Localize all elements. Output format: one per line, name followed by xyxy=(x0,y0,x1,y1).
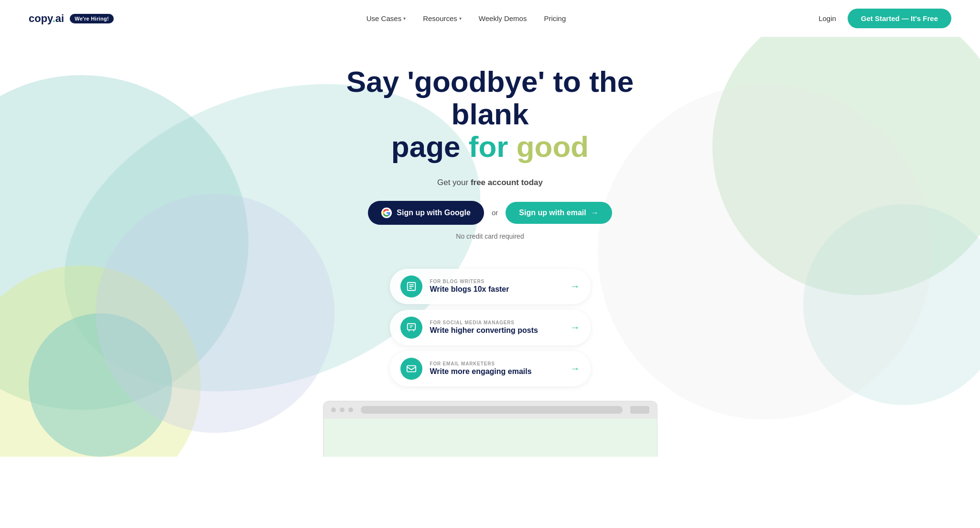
hero-subtitle: Get your free account today xyxy=(323,178,657,187)
blog-icon xyxy=(400,275,422,297)
logo[interactable]: copy.ai xyxy=(29,12,64,25)
no-credit-card-text: No credit card required xyxy=(323,232,657,240)
blog-card-text: FOR BLOG WRITERS Write blogs 10x faster xyxy=(430,279,563,294)
hero-title: Say 'goodbye' to the blank page for good xyxy=(323,66,657,164)
signup-row: Sign up with Google or Sign up with emai… xyxy=(323,201,657,225)
hero-title-page: page xyxy=(391,130,469,163)
blog-card-label: FOR BLOG WRITERS xyxy=(430,279,563,284)
email-card-text: FOR EMAIL MARKETERS Write more engaging … xyxy=(430,361,563,376)
chevron-down-icon: ▾ xyxy=(459,16,462,21)
hero-section: Say 'goodbye' to the blank page for good… xyxy=(0,37,980,457)
chevron-down-icon: ▾ xyxy=(403,16,406,21)
feature-card-blog[interactable]: FOR BLOG WRITERS Write blogs 10x faster … xyxy=(390,269,591,304)
email-card-arrow-icon: → xyxy=(571,363,580,374)
browser-content-area xyxy=(323,418,657,457)
browser-dot-3 xyxy=(348,407,353,412)
social-card-text: FOR SOCIAL MEDIA MANAGERS Write higher c… xyxy=(430,320,563,335)
browser-dot-2 xyxy=(340,407,345,412)
feature-card-email[interactable]: FOR EMAIL MARKETERS Write more engaging … xyxy=(390,351,591,386)
social-icon xyxy=(400,317,422,339)
get-started-button[interactable]: Get Started — It's Free xyxy=(848,9,951,28)
email-signup-button[interactable]: Sign up with email → xyxy=(506,202,612,224)
bg-shape-teal-bottomleft xyxy=(29,313,172,457)
bg-shape-green-topright xyxy=(712,37,980,295)
bg-shape-teal-centerleft xyxy=(0,75,248,410)
email-card-title: Write more engaging emails xyxy=(430,367,563,376)
browser-dot-1 xyxy=(331,407,336,412)
logo-text: copy.ai xyxy=(29,12,64,24)
hero-content: Say 'goodbye' to the blank page for good… xyxy=(323,66,657,264)
svg-rect-7 xyxy=(407,365,415,372)
browser-toolbar xyxy=(323,401,657,418)
browser-url-bar xyxy=(361,406,623,414)
email-card-label: FOR EMAIL MARKETERS xyxy=(430,361,563,366)
bg-shape-teal-right xyxy=(803,204,980,405)
nav-item-use-cases[interactable]: Use Cases ▾ xyxy=(366,14,406,22)
google-signup-button[interactable]: Sign up with Google xyxy=(368,201,484,225)
bg-shape-yellow-bottomleft xyxy=(0,265,201,457)
hiring-badge[interactable]: We're Hiring! xyxy=(70,14,114,23)
email-signup-label: Sign up with email xyxy=(519,209,586,217)
nav-item-pricing[interactable]: Pricing xyxy=(544,14,566,22)
google-icon xyxy=(381,208,392,218)
social-card-title: Write higher converting posts xyxy=(430,326,563,335)
blog-card-arrow-icon: → xyxy=(571,281,580,292)
feature-cards: FOR BLOG WRITERS Write blogs 10x faster … xyxy=(390,269,591,386)
nav-item-weekly-demos[interactable]: Weekly Demos xyxy=(479,14,527,22)
blog-card-title: Write blogs 10x faster xyxy=(430,285,563,294)
browser-action-area xyxy=(630,406,649,414)
hero-title-good: good xyxy=(508,130,589,163)
nav-item-resources[interactable]: Resources ▾ xyxy=(423,14,462,22)
svg-rect-4 xyxy=(407,323,415,330)
browser-preview xyxy=(323,401,657,457)
hero-title-line1: Say 'goodbye' to the blank xyxy=(346,65,634,131)
arrow-right-icon: → xyxy=(591,209,599,217)
nav-right: Login Get Started — It's Free xyxy=(818,9,951,28)
hero-title-for: for xyxy=(469,130,508,163)
or-separator: or xyxy=(492,209,498,217)
nav-center: Use Cases ▾ Resources ▾ Weekly Demos Pri… xyxy=(366,14,566,22)
social-card-arrow-icon: → xyxy=(571,322,580,333)
nav-left: copy.ai We're Hiring! xyxy=(29,12,114,25)
google-signup-label: Sign up with Google xyxy=(397,209,471,217)
login-button[interactable]: Login xyxy=(818,14,836,22)
feature-card-social[interactable]: FOR SOCIAL MEDIA MANAGERS Write higher c… xyxy=(390,310,591,345)
navbar: copy.ai We're Hiring! Use Cases ▾ Resour… xyxy=(0,0,980,37)
social-card-label: FOR SOCIAL MEDIA MANAGERS xyxy=(430,320,563,325)
bg-shape-lavender xyxy=(96,194,334,433)
email-icon xyxy=(400,358,422,380)
google-logo-svg xyxy=(383,209,390,217)
